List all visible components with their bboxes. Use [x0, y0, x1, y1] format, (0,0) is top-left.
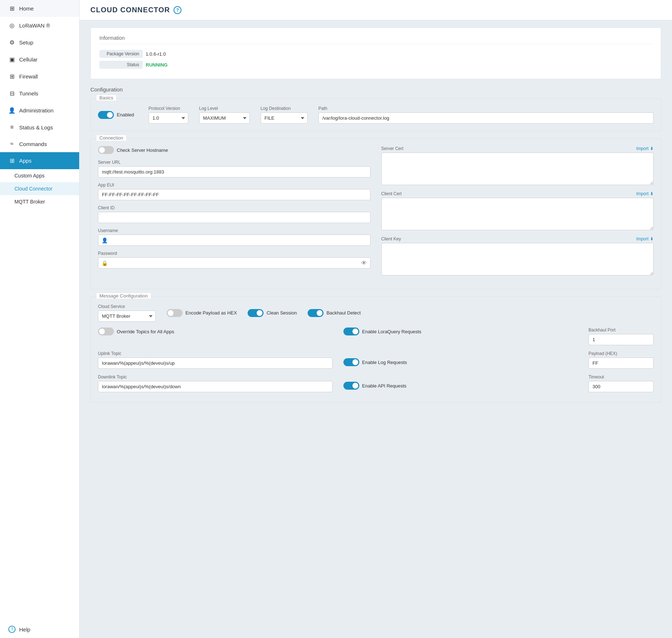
client-key-import-link[interactable]: Import ⬇	[636, 236, 654, 241]
server-cert-label: Server Cert	[381, 146, 403, 151]
enable-api-label: Enable API Requests	[362, 383, 407, 389]
path-input[interactable]: /var/log/lora-cloud-connector.log	[318, 112, 654, 124]
sidebar-item-commands[interactable]: ≈ Commands	[0, 136, 79, 152]
connection-right: Server Cert Import ⬇ Client Cert	[381, 146, 654, 282]
client-cert-import-link[interactable]: Import ⬇	[636, 191, 654, 196]
downlink-topic-label: Downlink Topic	[98, 374, 333, 380]
connection-fieldset: Connection Check Server Hostname Server	[90, 138, 661, 289]
check-server-label: Check Server Hostname	[117, 147, 168, 153]
tunnels-icon: ⊟	[8, 90, 16, 97]
protocol-version-group: Protocol Version 1.0 2.0	[149, 106, 188, 124]
password-group: Password 🔒 👁	[98, 251, 371, 269]
client-cert-import-icon: ⬇	[650, 191, 654, 196]
timeout-input[interactable]: 300	[588, 381, 654, 392]
enable-api-slider	[343, 382, 359, 390]
check-server-toggle[interactable]	[98, 146, 114, 154]
backhaul-port-group: Backhaul Port 1	[588, 327, 654, 345]
administration-icon: 👤	[8, 107, 16, 114]
override-topics-toggle[interactable]	[98, 327, 114, 335]
sidebar-item-mqtt-broker[interactable]: MQTT Broker	[0, 195, 79, 208]
password-input[interactable]	[98, 257, 371, 269]
server-url-label: Server URL	[98, 160, 371, 165]
msg-row-3: Uplink Topic lorawan/%(appeui)s/%(deveui…	[98, 351, 654, 369]
basics-row: Enabled Protocol Version 1.0 2.0 Log Lev…	[98, 106, 654, 124]
enable-log-label: Enable Log Requests	[362, 360, 407, 365]
client-key-label: Client Key	[381, 236, 401, 241]
sidebar-item-tunnels[interactable]: ⊟ Tunnels	[0, 85, 79, 102]
path-label: Path	[318, 106, 654, 111]
sidebar-item-apps[interactable]: ⊞ Apps	[0, 152, 79, 169]
encode-payload-slider	[167, 309, 183, 317]
server-cert-textarea[interactable]	[381, 153, 654, 185]
client-cert-textarea[interactable]	[381, 198, 654, 230]
enabled-toggle[interactable]	[98, 111, 114, 119]
log-destination-label: Log Destination	[261, 106, 308, 111]
timeout-label: Timeout	[588, 374, 654, 380]
basics-legend: Basics	[97, 95, 116, 100]
password-label: Password	[98, 251, 371, 256]
sidebar-item-help[interactable]: ? Help	[0, 621, 79, 638]
loraquery-wrap: Enable LoraQuery Requests	[343, 327, 578, 335]
log-destination-select[interactable]: FILE STDOUT SYSLOG	[261, 112, 308, 124]
enable-log-slider	[343, 358, 359, 366]
backhaul-port-input[interactable]: 1	[588, 334, 654, 345]
payload-hex-group: Payload (HEX) FF	[588, 351, 654, 369]
message-config-legend: Message Configuration	[97, 293, 151, 299]
cellular-icon: ▣	[8, 56, 16, 63]
downlink-topic-input[interactable]: lorawan/%(appeui)s/%(deveui)s/down	[98, 381, 333, 392]
enable-api-toggle[interactable]	[343, 382, 359, 390]
client-id-input[interactable]	[98, 212, 371, 223]
sidebar-sub-menu: Custom Apps Cloud Connector MQTT Broker	[0, 169, 79, 208]
client-key-textarea[interactable]	[381, 243, 654, 275]
message-config-fieldset: Message Configuration Cloud Service MQTT…	[90, 296, 661, 403]
msg-row-1: Cloud Service MQTT Broker AWS IoT Azure …	[98, 304, 654, 322]
payload-hex-input[interactable]: FF	[588, 357, 654, 369]
backhaul-detect-toggle[interactable]	[308, 309, 324, 317]
sidebar-item-firewall[interactable]: ⊞ Firewall	[0, 68, 79, 85]
check-server-slider	[98, 146, 114, 154]
uplink-topic-input[interactable]: lorawan/%(appeui)s/%(deveui)s/up	[98, 357, 333, 369]
sidebar-item-lorawan[interactable]: ◎ LoRaWAN ®	[0, 17, 79, 34]
uplink-topic-group: Uplink Topic lorawan/%(appeui)s/%(deveui…	[98, 351, 333, 369]
config-header: Configuration	[90, 86, 661, 93]
server-cert-import-link[interactable]: Import ⬇	[636, 146, 654, 151]
override-topics-label: Override Topics for All Apps	[117, 329, 174, 334]
status-value: RUNNING	[146, 62, 168, 68]
show-password-icon[interactable]: 👁	[361, 260, 367, 266]
help-icon: ?	[8, 626, 16, 633]
loraquery-label: Enable LoraQuery Requests	[362, 329, 421, 334]
log-level-select[interactable]: MAXIMUM INFO DEBUG ERROR	[199, 112, 250, 124]
sidebar-item-setup[interactable]: ⚙ Setup	[0, 34, 79, 51]
override-topics-slider	[98, 327, 114, 335]
backhaul-detect-label: Backhaul Detect	[326, 310, 361, 316]
lock-icon: 🔒	[102, 260, 108, 266]
clean-session-toggle[interactable]	[248, 309, 264, 317]
enable-log-toggle[interactable]	[343, 358, 359, 366]
check-server-toggle-wrap: Check Server Hostname	[98, 146, 371, 154]
sidebar-item-administration[interactable]: 👤 Administration	[0, 102, 79, 119]
override-topics-wrap: Override Topics for All Apps	[98, 327, 333, 335]
encode-payload-toggle[interactable]	[167, 309, 183, 317]
connection-fields: Check Server Hostname Server URL mqtt://…	[98, 146, 654, 282]
protocol-version-select[interactable]: 1.0 2.0	[149, 112, 188, 124]
status-row: Status RUNNING	[99, 61, 652, 69]
page-help-icon[interactable]: ?	[174, 6, 181, 14]
information-title: Information	[99, 35, 652, 44]
backhaul-port-label: Backhaul Port	[588, 327, 654, 333]
username-input[interactable]	[98, 235, 371, 246]
loraquery-toggle[interactable]	[343, 327, 359, 335]
sidebar-item-status-logs[interactable]: ≡ Status & Logs	[0, 119, 79, 136]
sidebar-item-cellular[interactable]: ▣ Cellular	[0, 51, 79, 68]
app-eui-input[interactable]: FF-FF-FF-FF-FF-FF-FF-FF	[98, 189, 371, 200]
server-url-input[interactable]: mqtt://test.mosquitto.org:1883	[98, 166, 371, 177]
cloud-service-select[interactable]: MQTT Broker AWS IoT Azure IoT Hub	[98, 311, 156, 322]
backhaul-detect-wrap: Backhaul Detect	[308, 309, 361, 317]
enable-api-col: Enable API Requests	[343, 374, 578, 390]
user-icon: 👤	[102, 237, 108, 243]
sidebar-item-home[interactable]: ⊞ Home	[0, 0, 79, 17]
sidebar-item-cloud-connector[interactable]: Cloud Connector	[0, 182, 79, 195]
sidebar-item-custom-apps[interactable]: Custom Apps	[0, 169, 79, 182]
client-key-import-icon: ⬇	[650, 236, 654, 241]
clean-session-label: Clean Session	[266, 310, 297, 316]
uplink-topic-label: Uplink Topic	[98, 351, 333, 356]
